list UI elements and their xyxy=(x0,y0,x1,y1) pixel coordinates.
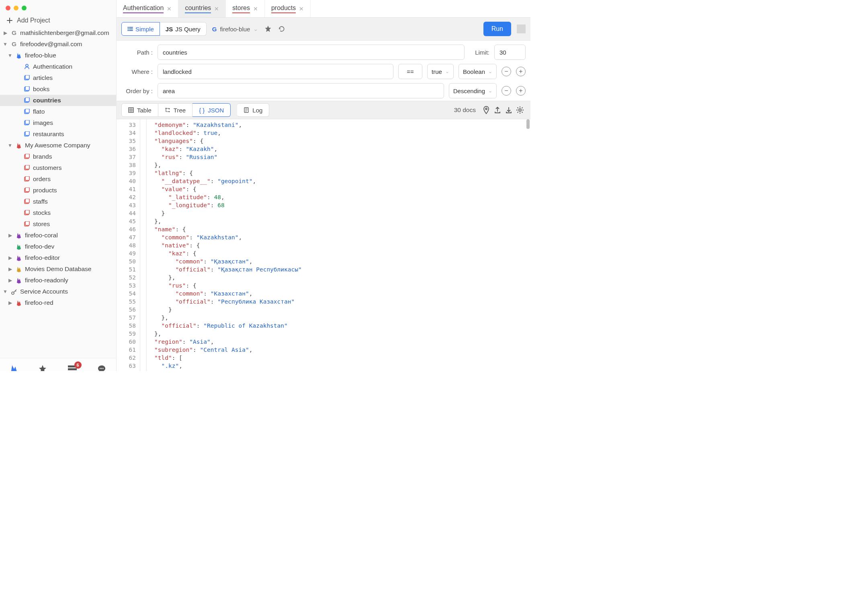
project-selector-label: firefoo-blue xyxy=(220,26,250,33)
project-label: firefoo-readonly xyxy=(25,277,68,284)
where-value-select[interactable]: true ⌄ xyxy=(427,64,454,79)
remove-where-button[interactable]: − xyxy=(502,67,511,76)
collection-label: countries xyxy=(33,97,61,104)
project-row[interactable]: ▶ firefoo-editor xyxy=(0,252,116,263)
chat-footer-icon[interactable] xyxy=(97,364,106,371)
where-label: Where : xyxy=(121,68,153,75)
orderby-direction-select[interactable]: Descending ⌄ xyxy=(449,83,497,98)
account-row[interactable]: ▼ G firefoodev@gmail.com xyxy=(0,39,116,50)
project-row[interactable]: ▼ My Awesome Company xyxy=(0,140,116,151)
close-tab-icon[interactable]: ✕ xyxy=(167,6,172,12)
add-where-button[interactable]: + xyxy=(516,67,526,76)
project-label: firefoo-blue xyxy=(25,52,56,59)
star-footer-icon[interactable] xyxy=(38,364,47,371)
tab-products[interactable]: products ✕ xyxy=(265,0,311,17)
gear-icon[interactable] xyxy=(516,106,524,114)
firebase-icon xyxy=(15,266,23,272)
path-input[interactable] xyxy=(158,45,465,60)
project-row[interactable]: ▶ firefoo-readonly xyxy=(0,275,116,286)
collection-row-products[interactable]: products xyxy=(0,185,116,196)
close-tab-icon[interactable]: ✕ xyxy=(299,6,304,12)
where-type-select[interactable]: Boolean ⌄ xyxy=(459,64,497,79)
collection-row-stocks[interactable]: stocks xyxy=(0,207,116,218)
project-row[interactable]: ▶ firefoo-red xyxy=(0,297,116,308)
log-view-tab[interactable]: Log xyxy=(237,103,269,117)
undo-button[interactable] xyxy=(278,25,286,33)
collection-row-stores[interactable]: stores xyxy=(0,218,116,230)
view-label: Table xyxy=(137,107,151,114)
map-pin-icon[interactable] xyxy=(482,106,490,114)
collection-row-staffs[interactable]: staffs xyxy=(0,196,116,207)
project-row[interactable]: ▶ firefoo-dev xyxy=(0,241,116,252)
database-footer-icon[interactable]: 6 xyxy=(67,365,78,371)
collection-row-countries[interactable]: countries xyxy=(0,95,116,106)
simple-mode-button[interactable]: Simple xyxy=(121,22,160,36)
close-tab-icon[interactable]: ✕ xyxy=(253,6,258,12)
docs-count: 30 docs xyxy=(454,106,476,114)
service-accounts-row[interactable]: ▼ Service Accounts xyxy=(0,286,116,297)
export-icon[interactable] xyxy=(493,106,502,114)
table-view-tab[interactable]: Table xyxy=(121,103,158,117)
collection-icon xyxy=(23,210,31,216)
collection-row-orders[interactable]: orders xyxy=(0,173,116,185)
json-view-tab[interactable]: { } JSON xyxy=(192,103,231,117)
collection-row-images[interactable]: images xyxy=(0,117,116,129)
vertical-scrollbar[interactable] xyxy=(526,119,530,129)
json-code-pane[interactable]: 3334353637383940414243444546474849505152… xyxy=(117,119,530,371)
collection-label: orders xyxy=(33,175,51,183)
tab-stores[interactable]: stores ✕ xyxy=(226,0,265,17)
collection-row-brands[interactable]: brands xyxy=(0,151,116,162)
favorite-button[interactable] xyxy=(264,25,272,33)
code-content: "demonym": "Kazakhstani","landlocked": t… xyxy=(154,119,302,371)
caret-icon: ▼ xyxy=(2,289,8,294)
key-icon xyxy=(10,289,18,295)
tree-view-tab[interactable]: Tree xyxy=(158,103,192,117)
collection-row-restaurants[interactable]: restaurants xyxy=(0,129,116,140)
caret-icon: ▶ xyxy=(7,300,13,306)
limit-label: Limit: xyxy=(469,49,489,56)
jsquery-mode-button[interactable]: JS JS Query xyxy=(160,22,207,36)
tab-label: countries xyxy=(185,4,211,12)
collection-row-authentication[interactable]: Authentication xyxy=(0,61,116,72)
braces-icon: { } xyxy=(199,107,205,114)
svg-rect-24 xyxy=(25,210,29,214)
tab-authentication[interactable]: Authentication ✕ xyxy=(117,0,178,17)
view-label: JSON xyxy=(208,107,224,114)
tab-countries[interactable]: countries ✕ xyxy=(178,0,226,17)
remove-orderby-button[interactable]: − xyxy=(502,86,511,96)
project-row[interactable]: ▶ Movies Demo Database xyxy=(0,263,116,275)
collection-row-articles[interactable]: articles xyxy=(0,72,116,84)
collection-row-customers[interactable]: customers xyxy=(0,162,116,173)
project-row[interactable]: ▶ firefoo-coral xyxy=(0,230,116,241)
collection-row-books[interactable]: books xyxy=(0,84,116,95)
caret-icon: ▶ xyxy=(2,30,8,36)
close-window-button[interactable] xyxy=(6,6,10,10)
collection-icon xyxy=(23,120,31,126)
close-tab-icon[interactable]: ✕ xyxy=(214,6,219,12)
collection-label: staffs xyxy=(33,198,48,205)
layout-toggle-icon[interactable] xyxy=(517,24,526,33)
where-operator-select[interactable]: == xyxy=(398,64,422,79)
orderby-field-input[interactable] xyxy=(158,83,444,98)
project-selector[interactable]: G firefoo-blue ⌄ xyxy=(212,25,259,33)
project-row[interactable]: ▼ firefoo-blue xyxy=(0,50,116,61)
import-icon[interactable] xyxy=(505,106,513,114)
add-project-button[interactable]: Add Project xyxy=(0,14,116,27)
orderby-label: Order by : xyxy=(121,88,153,94)
run-button[interactable]: Run xyxy=(483,22,511,36)
collection-label: stocks xyxy=(33,209,51,216)
where-field-input[interactable] xyxy=(158,64,393,79)
tab-bar: Authentication ✕ countries ✕ stores ✕ xyxy=(117,0,530,18)
chevron-down-icon: ⌄ xyxy=(445,69,449,74)
collection-row-flato[interactable]: flato xyxy=(0,106,116,117)
account-row[interactable]: ▶ G mathislichtenberger@gmail.com xyxy=(0,27,116,39)
maximize-window-button[interactable] xyxy=(22,6,27,10)
service-accounts-label: Service Accounts xyxy=(20,288,68,295)
firebase-icon xyxy=(15,277,23,284)
add-orderby-button[interactable]: + xyxy=(516,86,526,96)
minimize-window-button[interactable] xyxy=(14,6,18,10)
collection-label: Authentication xyxy=(33,63,72,70)
line-gutter: 3334353637383940414243444546474849505152… xyxy=(117,119,140,371)
firebase-footer-icon[interactable] xyxy=(10,364,18,371)
limit-input[interactable] xyxy=(494,45,526,60)
